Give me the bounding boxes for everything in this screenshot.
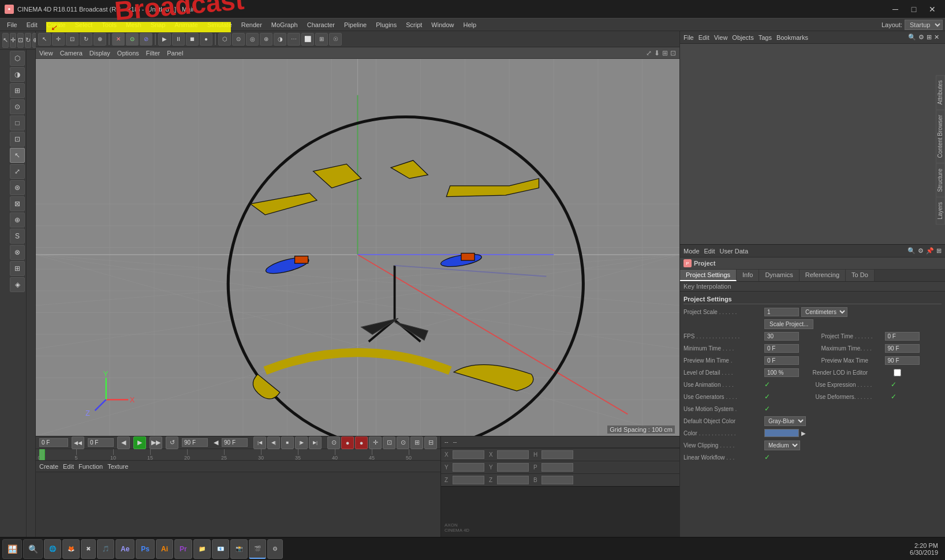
vp-btn-rig[interactable]: ⋯ (287, 33, 300, 46)
menu-pipeline[interactable]: Pipeline (339, 20, 371, 29)
snap-anim-btn[interactable]: ⊞ (410, 436, 423, 449)
obj-menu-edit[interactable]: Edit (699, 34, 709, 41)
play-next-btn[interactable]: ▶▶ (150, 436, 162, 449)
coord-p-input[interactable]: 0° (541, 463, 573, 472)
tool-misc1-btn[interactable]: ⊗ (10, 245, 25, 260)
taskbar-photos[interactable]: 📸 (230, 539, 248, 559)
color-swatch[interactable] (764, 429, 799, 437)
coord-x2-input[interactable]: 0 cm (497, 450, 529, 459)
minimize-button[interactable]: ─ (887, 1, 903, 17)
coord-z2-input[interactable]: 0 cm (497, 476, 529, 484)
project-scale-input[interactable] (764, 308, 799, 316)
attr-subtab-keyinterp[interactable]: Key Interpolation (680, 282, 945, 292)
vp-btn-light[interactable]: ⊙ (232, 33, 245, 46)
timeline-ruler[interactable]: 0 5 10 15 20 25 30 35 (36, 449, 440, 461)
step-back-btn[interactable]: ◀| (267, 436, 280, 449)
fps-input[interactable] (764, 332, 799, 341)
tl-menu-edit[interactable]: Edit (63, 463, 74, 470)
vp-btn-cam[interactable]: ◎ (246, 33, 259, 46)
goto-start-btn[interactable]: |◀ (253, 436, 266, 449)
taskbar-ae[interactable]: Ae (115, 539, 135, 559)
attr-pin-icon[interactable]: 📌 (926, 247, 934, 255)
tool-magnet-btn[interactable]: ⊛ (10, 180, 25, 195)
taskbar-settings[interactable]: ⚙ (267, 539, 283, 559)
taskbar-ps[interactable]: Ps (136, 539, 155, 559)
menu-create[interactable]: Create (42, 20, 70, 29)
project-scale-unit-select[interactable]: Centimeters Meters Inches (801, 307, 847, 317)
tool-poly-btn[interactable]: ◑ (10, 67, 25, 82)
vp-ctrl-zoom[interactable]: ⬇ (654, 49, 660, 57)
taskbar-music[interactable]: 🎵 (97, 539, 114, 559)
vp-ctrl-move[interactable]: ⤢ (646, 49, 652, 57)
obj-close-icon[interactable]: ✕ (934, 33, 939, 41)
obj-menu-tags[interactable]: Tags (759, 34, 772, 41)
obj-menu-objects[interactable]: Objects (732, 34, 753, 41)
goto-end-btn[interactable]: ▶| (309, 436, 322, 449)
tl-menu-create[interactable]: Create (39, 463, 58, 470)
tool-edge-btn[interactable]: ⊞ (10, 83, 25, 98)
cursor-tool-btn[interactable]: ↖ (2, 33, 9, 48)
obj-search-icon[interactable]: 🔍 (908, 33, 916, 41)
viewport-canvas[interactable]: Perspective (36, 59, 679, 436)
timeline-btn[interactable]: ⊟ (424, 436, 437, 449)
play-fwd-btn[interactable]: ▶ (133, 436, 146, 449)
vp-btn-stop[interactable]: ⏹ (186, 33, 199, 46)
vp-menu-options[interactable]: Options (117, 50, 139, 57)
vtab-layers[interactable]: Layers (936, 197, 945, 225)
vp-menu-filter[interactable]: Filter (146, 50, 160, 57)
attr-tab-referencing[interactable]: Referencing (800, 270, 846, 281)
vp-menu-view[interactable]: View (39, 50, 53, 57)
step-fwd-btn[interactable]: |▶ (295, 436, 308, 449)
attr-search-icon[interactable]: 🔍 (907, 247, 916, 255)
obj-menu-view[interactable]: View (714, 34, 728, 41)
render-lod-checkbox[interactable] (894, 369, 901, 376)
menu-script[interactable]: Script (401, 20, 427, 29)
vp-menu-panel[interactable]: Panel (167, 50, 183, 57)
prev-key-btn[interactable]: ◀◀ (72, 436, 84, 449)
menu-animate[interactable]: Animate (170, 20, 203, 29)
close-button[interactable]: ✕ (924, 1, 940, 17)
start-button[interactable]: 🪟 (2, 539, 22, 559)
tool-misc2-btn[interactable]: ⊞ (10, 261, 25, 276)
tool-paint-btn[interactable]: ⊕ (10, 212, 25, 227)
layout-dropdown[interactable]: Startup (905, 20, 943, 30)
attr-userdata-btn[interactable]: User Data (720, 248, 749, 255)
vp-menu-camera[interactable]: Camera (60, 50, 83, 57)
color-expand-icon[interactable]: ▶ (801, 430, 806, 436)
vp-btn-cube[interactable]: ⬡ (218, 33, 231, 46)
obj-settings-icon[interactable]: ⚙ (918, 33, 924, 41)
record-auto-btn[interactable]: ● (355, 436, 368, 449)
menu-simulate[interactable]: Simulate (203, 20, 237, 29)
preview-min-input[interactable] (764, 356, 799, 365)
vp-btn-fx[interactable]: ⊛ (260, 33, 272, 46)
vp-btn-grid[interactable]: ◑ (274, 33, 286, 46)
vp-btn-dot[interactable]: ● (200, 33, 212, 46)
attr-tab-dynamics[interactable]: Dynamics (759, 270, 799, 281)
loop-btn[interactable]: ↺ (166, 436, 178, 449)
taskbar-firefox[interactable]: 🦊 (62, 539, 80, 559)
max-time-input[interactable] (885, 344, 920, 353)
vp-btn-3[interactable]: ⊡ (66, 33, 79, 46)
current-frame-input[interactable] (39, 438, 68, 447)
vp-btn-z[interactable]: ⊘ (140, 33, 152, 46)
vtab-content-browser[interactable]: Content Browser (936, 110, 945, 163)
start-frame-input[interactable] (88, 438, 114, 447)
tool-script-btn[interactable]: S (10, 229, 25, 244)
menu-plugins[interactable]: Plugins (371, 20, 401, 29)
attr-edit-btn[interactable]: Edit (704, 248, 715, 255)
menu-file[interactable]: File (2, 20, 22, 29)
tool-scene-btn[interactable]: ⊡ (10, 132, 25, 147)
lod-input[interactable] (764, 368, 799, 377)
scale-tool-btn[interactable]: ⊡ (17, 33, 24, 48)
tool-object-btn[interactable]: □ (10, 115, 25, 130)
search-button[interactable]: 🔍 (23, 539, 43, 559)
attr-tab-todo[interactable]: To Do (846, 270, 875, 281)
scale-project-btn[interactable]: Scale Project... (764, 319, 813, 329)
vp-btn-snap[interactable]: ⬜ (301, 33, 314, 46)
menu-edit[interactable]: Edit (22, 20, 42, 29)
attr-tab-info[interactable]: Info (737, 270, 759, 281)
vp-btn-2[interactable]: ✛ (52, 33, 65, 46)
attr-tab-project-settings[interactable]: Project Settings (680, 270, 737, 281)
menu-character[interactable]: Character (302, 20, 339, 29)
vp-btn-4[interactable]: ↻ (80, 33, 92, 46)
